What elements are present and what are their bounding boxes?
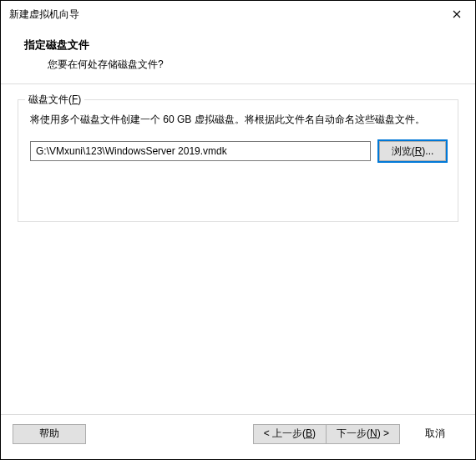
nav-buttons: < 上一步(B) 下一步(N) >: [253, 424, 400, 444]
wizard-footer: 帮助 < 上一步(B) 下一步(N) > 取消: [1, 414, 475, 452]
file-row: 浏览(R)...: [30, 141, 446, 161]
window-title: 新建虚拟机向导: [9, 8, 79, 22]
close-icon: [453, 8, 461, 21]
close-button[interactable]: [438, 1, 475, 28]
disk-description: 将使用多个磁盘文件创建一个 60 GB 虚拟磁盘。将根据此文件名自动命名这些磁盘…: [30, 112, 446, 128]
titlebar: 新建虚拟机向导: [1, 1, 475, 28]
wizard-header: 指定磁盘文件 您要在何处存储磁盘文件?: [1, 28, 475, 84]
page-subtitle: 您要在何处存储磁盘文件?: [24, 58, 455, 72]
fieldset-legend: 磁盘文件(F): [25, 93, 84, 107]
disk-file-input[interactable]: [30, 141, 371, 161]
next-button[interactable]: 下一步(N) >: [326, 424, 400, 444]
disk-file-fieldset: 磁盘文件(F) 将使用多个磁盘文件创建一个 60 GB 虚拟磁盘。将根据此文件名…: [18, 99, 458, 222]
content-area: 磁盘文件(F) 将使用多个磁盘文件创建一个 60 GB 虚拟磁盘。将根据此文件名…: [1, 84, 475, 414]
browse-button[interactable]: 浏览(R)...: [379, 141, 446, 161]
cancel-button[interactable]: 取消: [407, 424, 463, 444]
page-title: 指定磁盘文件: [24, 38, 455, 53]
back-button[interactable]: < 上一步(B): [253, 424, 327, 444]
help-button[interactable]: 帮助: [13, 424, 86, 444]
